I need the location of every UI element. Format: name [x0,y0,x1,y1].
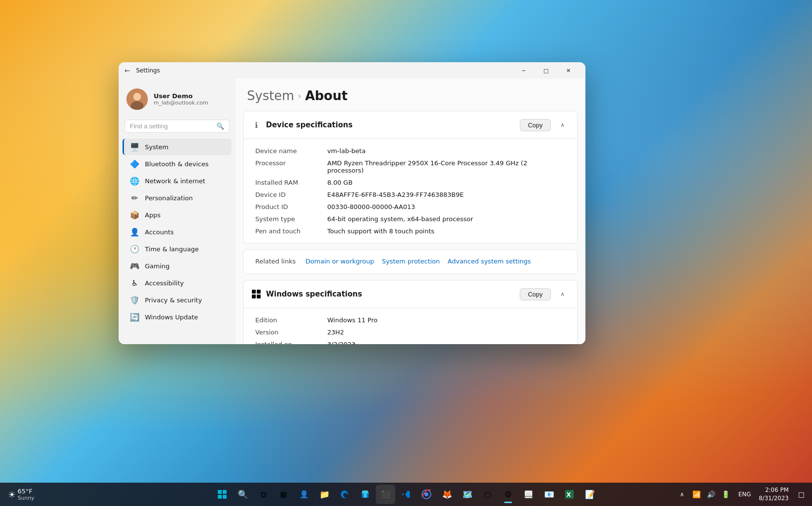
settings-taskbar-button[interactable]: ⚙️ [498,485,518,504]
windows-specs-title: Windows specifications [266,290,515,298]
sidebar-item-accounts[interactable]: 👤 Accounts [123,224,231,240]
nav-label-personalization: Personalization [145,194,193,202]
store-button[interactable] [355,485,375,504]
related-link-item[interactable]: System protection [378,256,444,267]
sidebar-item-personalization[interactable]: ✏️ Personalization [123,190,231,206]
sidebar-item-update[interactable]: 🔄 Windows Update [123,309,231,325]
related-link-item[interactable]: Domain or workgroup [301,256,378,267]
sidebar-item-privacy[interactable]: 🛡️ Privacy & security [123,292,231,308]
chat-button[interactable]: 👤 [294,485,314,504]
svg-rect-6 [223,495,227,499]
language-indicator[interactable]: ENG [737,491,753,498]
windows-specs-copy-button[interactable]: Copy [520,288,551,300]
spec-value: AMD Ryzen Threadripper 2950X 16-Core Pro… [327,159,565,174]
update-icon: 🔄 [130,313,139,321]
spec-label: Installed on [255,341,323,344]
spec-value: Windows 11 Pro [327,316,565,324]
table-row: Product ID 00330-80000-00000-AA013 [255,201,565,213]
sidebar-item-accessibility[interactable]: ♿ Accessibility [123,275,231,291]
system-icon: 🖥️ [130,142,139,151]
notification-icon[interactable]: □ [794,488,808,501]
table-row: Version 23H2 [255,326,565,338]
windows-spec-grid: Edition Windows 11 Pro Version 23H2 Inst… [244,308,577,344]
nav-label-accessibility: Accessibility [145,279,184,287]
settings-window: ← Settings ─ □ ✕ User Demo [119,62,585,344]
device-specs-copy-button[interactable]: Copy [520,119,551,131]
chevron-icon[interactable]: ∧ [675,488,689,501]
back-icon[interactable]: ← [124,67,130,74]
main-content: System › About ℹ️ Device specifications … [235,79,585,344]
cortana-button[interactable]: ○ [478,485,497,504]
breadcrumb: System › About [247,88,574,103]
search-box[interactable]: 🔍 [124,120,229,133]
system-clock[interactable]: 2:06 PM 8/31/2023 [755,486,793,503]
close-button[interactable]: ✕ [557,62,580,79]
svg-point-1 [133,93,141,101]
nav-list: 🖥️ System 🔷 Bluetooth & devices 🌐 Networ… [119,139,235,325]
terminal-button[interactable]: ⬛ [376,485,395,504]
table-row: Installed on 3/2/2023 [255,338,565,344]
maps-button[interactable]: 🗺️ [458,485,477,504]
sidebar-item-system[interactable]: 🖥️ System [123,139,231,155]
window-title: Settings [136,67,160,74]
nav-label-time: Time & language [145,245,199,253]
titlebar: ← Settings ─ □ ✕ [119,62,585,79]
widgets-button[interactable]: ▦ [274,485,293,504]
outlook-button[interactable]: 📧 [539,485,559,504]
spec-label: System type [255,215,323,223]
weather-widget[interactable]: ☀️ 65°F Sunny [4,486,38,503]
device-specs-title: Device specifications [266,121,515,129]
table-row: Device ID E48AFF7E-6FF8-45B3-A239-FF7463… [255,189,565,201]
device-specs-collapse-button[interactable]: ∧ [556,118,569,132]
nav-label-gaming: Gaming [145,262,170,270]
sidebar-item-network[interactable]: 🌐 Network & internet [123,173,231,189]
maximize-button[interactable]: □ [535,62,557,79]
search-icon: 🔍 [216,122,224,130]
edge-button[interactable] [335,485,354,504]
accessibility-icon: ♿ [130,279,139,287]
snip-button[interactable] [519,485,538,504]
system-tray: ∧ 📶 🔊 🔋 [673,488,735,501]
time-icon: 🕐 [130,244,139,253]
related-links-list: Domain or workgroupSystem protectionAdva… [301,256,535,267]
excel-button[interactable]: X [560,485,579,504]
search-input[interactable] [130,122,212,130]
spec-label: Pen and touch [255,227,323,235]
taskbar-center: 🔍 ⧉ ▦ 👤 📁 ⬛ 🦊 🗺️ ○ ⚙️ [212,485,600,504]
related-link-item[interactable]: Advanced system settings [444,256,535,267]
user-profile[interactable]: User Demo m_lab@outlook.com [119,83,235,118]
spec-value: 8.00 GB [327,179,565,186]
firefox-button[interactable]: 🦊 [437,485,457,504]
minimize-button[interactable]: ─ [512,62,535,79]
windows-specs-collapse-button[interactable]: ∧ [556,287,569,301]
breadcrumb-parent: System [247,88,294,103]
notes-button[interactable]: 📝 [580,485,600,504]
sidebar-item-apps[interactable]: 📦 Apps [123,207,231,223]
sidebar-item-time[interactable]: 🕐 Time & language [123,241,231,257]
device-spec-grid: Device name vm-lab-beta Processor AMD Ry… [244,139,577,243]
nav-label-apps: Apps [145,211,160,219]
svg-text:X: X [566,491,571,498]
battery-tray-icon[interactable]: 🔋 [719,488,733,501]
sidebar-item-bluetooth[interactable]: 🔷 Bluetooth & devices [123,156,231,172]
explorer-button[interactable]: 📁 [315,485,334,504]
volume-tray-icon[interactable]: 🔊 [705,488,718,501]
device-specs-section: ℹ️ Device specifications Copy ∧ Device n… [243,111,578,244]
page-header: System › About [235,79,585,111]
search-taskbar-button[interactable]: 🔍 [233,485,252,504]
spec-label: Installed RAM [255,179,323,186]
vscode-button[interactable] [396,485,416,504]
nav-label-accounts: Accounts [145,228,174,236]
table-row: Edition Windows 11 Pro [255,314,565,326]
spec-label: Edition [255,316,323,324]
taskview-button[interactable]: ⧉ [253,485,273,504]
sidebar-item-gaming[interactable]: 🎮 Gaming [123,258,231,274]
network-tray-icon[interactable]: 📶 [690,488,704,501]
table-row: Pen and touch Touch support with 8 touch… [255,225,565,237]
spec-label: Device name [255,147,323,155]
related-links-label: Related links [255,258,296,265]
start-button[interactable] [212,485,232,504]
chrome-button[interactable] [417,485,436,504]
table-row: Device name vm-lab-beta [255,145,565,157]
taskbar-right: ∧ 📶 🔊 🔋 ENG 2:06 PM 8/31/2023 □ [673,486,808,503]
